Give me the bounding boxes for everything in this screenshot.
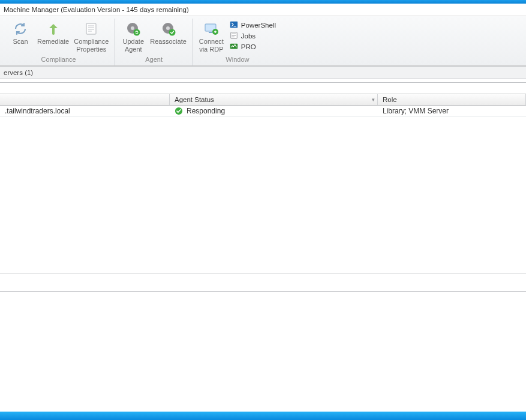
app-window: Machine Manager (Evaluation Version - 14… [0, 0, 526, 420]
reassociate-button[interactable]: Reassociate [148, 19, 189, 47]
pro-label: PRO [241, 43, 256, 50]
panel-header-text: ervers (1) [4, 69, 33, 76]
column-header-role-label: Role [383, 96, 397, 103]
window-mini-list: PowerShell Jobs PRO [226, 19, 278, 53]
window-title: Machine Manager (Evaluation Version - 14… [0, 4, 526, 16]
dropdown-chevron-icon: ▾ [372, 97, 375, 103]
group-label-window: Window [226, 55, 249, 65]
monitor-connect-icon [203, 21, 220, 37]
table-row[interactable]: .tailwindtraders.local Responding Librar… [0, 106, 526, 117]
svg-point-6 [131, 26, 134, 30]
reassociate-label: Reassociate [150, 38, 187, 46]
update-agent-label: UpdateAgent [123, 38, 144, 53]
update-agent-button[interactable]: UpdateAgent [119, 19, 148, 55]
remediate-button[interactable]: Remediate [35, 19, 71, 47]
ribbon-group-compliance: Scan Remediate ComplianceProperties Comp… [2, 19, 115, 65]
powershell-label: PowerShell [241, 22, 276, 29]
ribbon-group-window: Connectvia RDP PowerShell Jobs PRO [193, 19, 282, 65]
pro-button[interactable]: PRO [229, 41, 277, 52]
compliance-properties-button[interactable]: ComplianceProperties [71, 19, 111, 55]
disc-refresh-icon [125, 21, 142, 37]
status-ok-icon [175, 107, 183, 115]
column-header-name[interactable] [0, 94, 170, 105]
lower-pane [0, 292, 526, 412]
ribbon-group-agent: UpdateAgent Reassociate Agent [115, 19, 193, 65]
svg-point-7 [134, 29, 140, 36]
servers-table: Agent Status ▾ Role .tailwindtraders.loc… [0, 94, 526, 117]
ribbon: Scan Remediate ComplianceProperties Comp… [0, 16, 526, 66]
empty-content-area [0, 117, 526, 274]
svg-point-10 [169, 29, 175, 36]
details-pane [0, 274, 526, 291]
connect-rdp-button[interactable]: Connectvia RDP [197, 19, 226, 55]
jobs-icon [230, 31, 238, 41]
remediate-label: Remediate [37, 38, 69, 46]
cell-role: Library; VMM Server [378, 106, 526, 116]
group-label-agent: Agent [145, 55, 163, 65]
svg-rect-12 [209, 32, 212, 33]
disc-link-icon [160, 21, 177, 37]
refresh-icon [12, 21, 29, 37]
document-list-icon [83, 21, 100, 37]
table-header: Agent Status ▾ Role [0, 94, 526, 106]
jobs-label: Jobs [241, 32, 256, 40]
connect-rdp-label: Connectvia RDP [199, 38, 224, 53]
column-header-role[interactable]: Role [378, 94, 526, 105]
taskbar-stripe [0, 412, 526, 420]
cell-name: .tailwindtraders.local [0, 106, 170, 116]
powershell-button[interactable]: PowerShell [229, 20, 277, 31]
svg-rect-0 [86, 23, 96, 34]
scan-button[interactable]: Scan [6, 19, 35, 47]
powershell-icon [230, 20, 238, 30]
scan-label: Scan [13, 38, 28, 46]
window-title-text: Machine Manager (Evaluation Version - 14… [4, 6, 189, 13]
column-header-agent-status-label: Agent Status [175, 96, 214, 103]
svg-rect-14 [230, 22, 238, 28]
jobs-button[interactable]: Jobs [229, 31, 277, 41]
cell-agent-status: Responding [170, 106, 378, 116]
group-label-compliance: Compliance [41, 55, 76, 65]
compliance-properties-label: ComplianceProperties [74, 38, 109, 53]
arrow-up-icon [45, 21, 62, 37]
pro-icon [230, 42, 238, 52]
panel-header: ervers (1) [0, 66, 526, 79]
svg-point-9 [166, 26, 170, 30]
column-header-agent-status[interactable]: Agent Status ▾ [170, 94, 378, 105]
